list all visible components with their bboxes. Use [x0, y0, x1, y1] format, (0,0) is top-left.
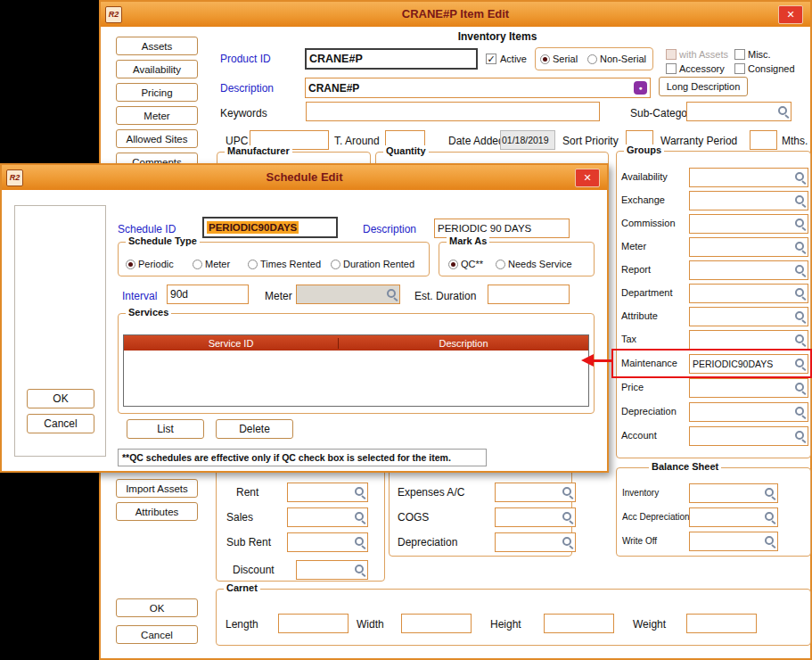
misc-label[interactable]: Misc. — [748, 49, 771, 60]
active-checkbox[interactable]: ✓ — [486, 54, 496, 64]
keywords-input[interactable] — [306, 102, 600, 121]
misc-checkbox[interactable] — [734, 49, 745, 60]
assets-button[interactable]: Assets — [116, 37, 198, 55]
consigned-checkbox[interactable] — [734, 63, 745, 74]
group-field-account[interactable] — [689, 426, 808, 446]
group-field-department[interactable] — [689, 284, 808, 303]
qc-radio[interactable] — [448, 260, 458, 269]
height-input[interactable] — [544, 614, 614, 633]
list-button[interactable]: List — [127, 419, 204, 439]
close-icon[interactable]: ✕ — [778, 5, 803, 24]
cogs-field[interactable] — [495, 507, 576, 527]
magnifier-icon[interactable] — [794, 287, 807, 300]
import-assets-button[interactable]: Import Assets — [116, 479, 198, 498]
product-id-input[interactable] — [305, 48, 478, 70]
sub-rent-field[interactable] — [287, 532, 368, 552]
group-field-price[interactable] — [689, 378, 808, 398]
group-field-report[interactable] — [689, 260, 808, 280]
magnifier-icon[interactable] — [794, 241, 807, 253]
delete-button[interactable]: Delete — [216, 419, 293, 439]
pricing-button[interactable]: Pricing — [116, 83, 198, 102]
magnifier-icon[interactable] — [794, 218, 807, 230]
interval-input[interactable] — [167, 285, 249, 304]
inventory-field[interactable] — [689, 483, 778, 503]
length-input[interactable] — [278, 614, 349, 633]
qc-label[interactable]: QC** — [461, 259, 483, 269]
write-off-field[interactable] — [689, 532, 778, 551]
serial-label[interactable]: Serial — [553, 54, 578, 64]
magnifier-icon[interactable] — [354, 486, 366, 499]
duration-rented-label[interactable]: Duration Rented — [343, 259, 414, 269]
magnifier-icon[interactable] — [794, 310, 807, 323]
dialog-ok-button[interactable]: OK — [27, 389, 94, 408]
periodic-radio[interactable] — [126, 260, 135, 269]
consigned-label[interactable]: Consigned — [748, 63, 795, 74]
sales-field[interactable] — [287, 507, 368, 527]
times-rented-radio[interactable] — [248, 260, 258, 269]
group-field-meter[interactable] — [689, 237, 808, 257]
non-serial-radio[interactable] — [587, 54, 597, 64]
magnifier-icon[interactable] — [794, 358, 807, 370]
magnifier-icon[interactable] — [794, 430, 807, 442]
rent-field[interactable] — [287, 483, 368, 502]
group-field-tax[interactable] — [689, 330, 808, 350]
group-field-exchange[interactable] — [689, 191, 808, 210]
description-badge-icon[interactable]: ● — [634, 81, 647, 95]
non-serial-label[interactable]: Non-Serial — [600, 54, 646, 64]
magnifier-icon[interactable] — [562, 536, 574, 549]
active-label[interactable]: Active — [500, 54, 527, 64]
meter-radio[interactable] — [193, 260, 202, 269]
allowed-sites-button[interactable]: Allowed Sites — [116, 129, 198, 148]
attributes-button[interactable]: Attributes — [116, 502, 198, 521]
periodic-label[interactable]: Periodic — [138, 259, 174, 269]
group-field-attribute[interactable] — [689, 307, 808, 326]
sub-category-field[interactable] — [686, 102, 791, 121]
duration-rented-radio[interactable] — [331, 260, 340, 269]
magnifier-icon[interactable] — [777, 105, 790, 118]
magnifier-icon[interactable] — [794, 382, 807, 394]
needs-service-label[interactable]: Needs Service — [508, 259, 572, 269]
needs-service-radio[interactable] — [496, 260, 505, 269]
meter-button[interactable]: Meter — [116, 106, 198, 125]
group-field-availability[interactable] — [689, 168, 808, 187]
cancel-button[interactable]: Cancel — [116, 625, 198, 644]
magnifier-icon[interactable] — [354, 536, 366, 549]
long-description-button[interactable]: Long Description — [659, 77, 748, 96]
dialog-cancel-button[interactable]: Cancel — [27, 414, 94, 433]
depreciation-ac-field[interactable] — [495, 532, 576, 552]
ok-button[interactable]: OK — [116, 598, 198, 617]
expenses-ac-field[interactable] — [495, 483, 576, 502]
magnifier-icon[interactable] — [562, 511, 574, 524]
group-field-commission[interactable] — [689, 214, 808, 234]
serial-radio[interactable] — [540, 54, 550, 64]
magnifier-icon[interactable] — [794, 334, 807, 346]
magnifier-icon[interactable] — [764, 511, 776, 524]
availability-button[interactable]: Availability — [116, 60, 198, 78]
magnifier-icon[interactable] — [562, 486, 574, 499]
schedule-id-input[interactable]: PERIODIC90DAYS — [202, 217, 338, 238]
group-field-depreciation[interactable] — [689, 402, 808, 422]
est-duration-input[interactable] — [488, 285, 570, 304]
acc-depreciation-field[interactable] — [689, 507, 778, 527]
width-input[interactable] — [401, 614, 472, 633]
magnifier-icon[interactable] — [794, 406, 807, 418]
magnifier-icon[interactable] — [794, 264, 807, 276]
with-assets-checkbox[interactable] — [666, 49, 677, 60]
accessory-label[interactable]: Accessory — [679, 63, 725, 74]
magnifier-icon[interactable] — [354, 564, 366, 576]
magnifier-icon[interactable] — [794, 171, 807, 184]
magnifier-icon[interactable] — [794, 194, 807, 207]
services-table-body[interactable] — [124, 351, 588, 406]
close-icon[interactable]: ✕ — [575, 169, 600, 187]
magnifier-icon[interactable] — [354, 511, 366, 524]
magnifier-icon[interactable] — [386, 288, 398, 301]
times-rented-label[interactable]: Times Rented — [260, 259, 321, 269]
magnifier-icon[interactable] — [764, 535, 776, 548]
discount-field[interactable] — [296, 560, 368, 580]
warranty-period-input[interactable] — [750, 130, 777, 150]
accessory-checkbox[interactable] — [666, 63, 677, 74]
meter-option-label[interactable]: Meter — [205, 259, 230, 269]
magnifier-icon[interactable] — [764, 487, 776, 499]
weight-input[interactable] — [686, 614, 757, 633]
description-input[interactable] — [305, 78, 651, 98]
